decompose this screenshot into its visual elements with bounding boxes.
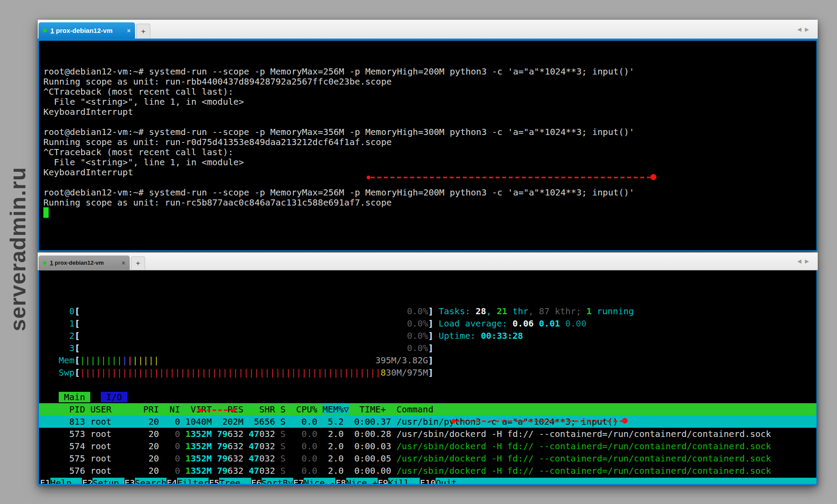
terminal-line — [43, 208, 812, 218]
tab-close-icon[interactable]: × — [122, 260, 125, 266]
terminal-line: File "<string>", line 1, in <module> — [43, 157, 812, 167]
terminal-line: 0[ 0.0%] Tasks: 28, 21 thr, 87 kthr; 1 r… — [39, 305, 816, 317]
terminal-line: 3[ 0.0%] — [39, 342, 816, 354]
terminal-window-bottom: 1 prox-debian12-vm × + ◀▶ 0[ 0.0%] Tasks… — [38, 252, 818, 485]
terminal-line — [39, 379, 816, 391]
tab-scroll-right-icon[interactable]: ▶ — [805, 26, 812, 32]
terminal-line: 574 root 20 0 1352M 79632 47032 S 0.0 2.… — [39, 440, 816, 452]
terminal-line: Running scope as unit: run-r0d75d41353e8… — [43, 137, 812, 147]
session-status-dot — [43, 261, 46, 265]
session-tab[interactable]: 1 prox-debian12-vm × — [39, 22, 135, 39]
session-status-dot — [43, 28, 47, 32]
new-tab-button[interactable]: + — [131, 256, 145, 270]
terminal-line: root@debian12-vm:~# systemd-run --scope … — [43, 67, 812, 77]
new-tab-button[interactable]: + — [136, 24, 150, 39]
terminal-line: File "<string>", line 1, in <module> — [43, 97, 812, 107]
tab-scroll-left-icon[interactable]: ◀ — [798, 26, 805, 32]
watermark-text: serveradmin.ru — [5, 129, 31, 369]
tab-title: 1 prox-debian12-vm — [50, 27, 113, 34]
terminal-line: Main I/O — [39, 391, 816, 403]
terminal-line: ^CTraceback (most recent call last): — [43, 87, 812, 97]
terminal-line: Running scope as unit: run-rbb4400437d89… — [43, 77, 812, 87]
terminal-line — [43, 177, 812, 188]
tab-close-icon[interactable]: × — [127, 28, 131, 34]
terminal-line: KeyboardInterrupt — [43, 107, 812, 117]
tab-title: 1 prox-debian12-vm — [50, 259, 104, 266]
terminal-line: Mem[||||||||||||||| 395M/3.82G] — [39, 354, 816, 366]
terminal-line — [43, 117, 812, 127]
desktop: { "watermark": { "text": "serveradmin.ru… — [0, 0, 837, 504]
terminal-window-top: 1 prox-debian12-vm × + ◀▶ root@debian12-… — [38, 20, 818, 252]
terminal-line[interactable]: 813 root 20 0 1040M 202M 5656 S 0.0 5.2 … — [39, 415, 816, 428]
terminal-line: 575 root 20 0 1352M 79632 47032 S 0.0 2.… — [39, 452, 816, 465]
terminal-line: Running scope as unit: run-rc5b877aac0c8… — [43, 198, 812, 208]
terminal-line: root@debian12-vm:~# systemd-run --scope … — [43, 188, 812, 198]
terminal-screen-htop[interactable]: 0[ 0.0%] Tasks: 28, 21 thr, 87 kthr; 1 r… — [38, 270, 818, 485]
terminal-line: KeyboardInterrupt — [43, 167, 812, 177]
htop-function-key-bar[interactable]: F1Help F2Setup F3SearchF4FilterF5Tree F6… — [39, 477, 816, 485]
tab-bar: 1 prox-debian12-vm × + ◀▶ — [38, 20, 818, 39]
terminal-line: PID USER PRI NI VIRT RES SHR S CPU% MEM%… — [39, 403, 816, 415]
terminal-line: 1[ 0.0%] Load average: 0.06 0.01 0.00 — [39, 317, 816, 330]
tab-scroll-arrows[interactable]: ◀▶ — [798, 258, 812, 264]
terminal2-content: 0[ 0.0%] Tasks: 28, 21 thr, 87 kthr; 1 r… — [39, 291, 816, 485]
terminal-line: 576 root 20 0 1352M 79632 47032 S 0.0 2.… — [39, 465, 816, 477]
tab-scroll-left-icon[interactable]: ◀ — [798, 258, 805, 264]
tab-bar: 1 prox-debian12-vm × + ◀▶ — [38, 252, 818, 270]
terminal-screen-shell[interactable]: root@debian12-vm:~# systemd-run --scope … — [38, 39, 818, 252]
tab-scroll-arrows[interactable]: ◀▶ — [798, 26, 812, 32]
terminal-line: 573 root 20 0 1352M 79632 47032 S 0.0 2.… — [39, 428, 816, 440]
terminal-line: 2[ 0.0%] Uptime: 00:33:28 — [39, 330, 816, 342]
terminal-line: Swp[||||||||||||||||||||||||||||||||||||… — [39, 366, 816, 379]
terminal-line: root@debian12-vm:~# systemd-run --scope … — [43, 127, 812, 137]
session-tab[interactable]: 1 prox-debian12-vm × — [39, 256, 130, 270]
tab-scroll-right-icon[interactable]: ▶ — [805, 258, 812, 264]
terminal1-content: root@debian12-vm:~# systemd-run --scope … — [39, 62, 816, 223]
terminal-line: ^CTraceback (most recent call last): — [43, 147, 812, 157]
